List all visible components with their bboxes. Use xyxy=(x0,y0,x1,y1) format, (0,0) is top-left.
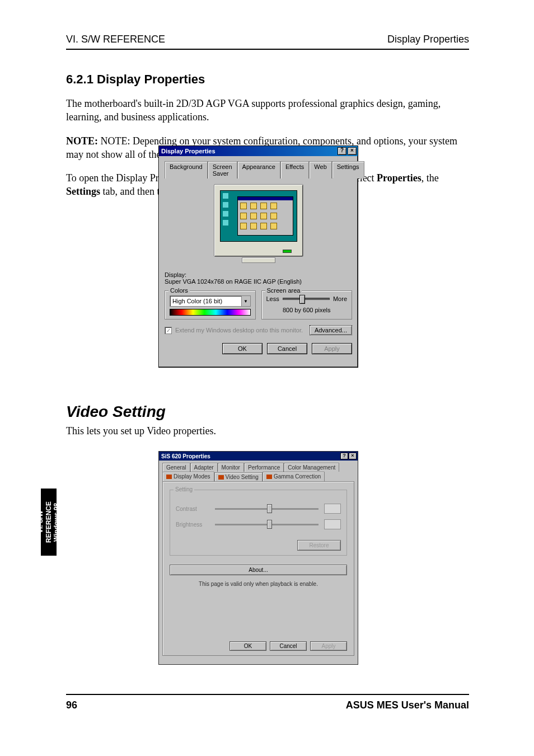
close-button[interactable]: × xyxy=(349,453,357,459)
validity-note: This page is valid only when playback is… xyxy=(170,581,347,587)
tabs: Background Screen Saver Appearance Effec… xyxy=(165,161,352,179)
tab-gamma-correction-label: Gamma Correction xyxy=(274,473,321,480)
less-label: Less xyxy=(266,295,279,302)
slider-thumb[interactable] xyxy=(299,295,305,304)
color-spectrum xyxy=(170,309,251,316)
ok-button[interactable]: OK xyxy=(229,641,266,651)
video-setting-heading: Video Setting xyxy=(66,403,469,421)
preview-window xyxy=(237,196,293,236)
tab-display-modes-label: Display Modes xyxy=(174,473,210,480)
chevron-down-icon[interactable]: ▼ xyxy=(241,296,250,306)
brightness-label: Brightness xyxy=(176,522,209,528)
setting-group: Setting Contrast Brightness Restore xyxy=(170,490,347,556)
sis-icon xyxy=(166,475,172,479)
page-header: VI. S/W REFERENCE Display Properties xyxy=(66,34,469,50)
dialog-title: SiS 620 Properties xyxy=(161,453,210,459)
ok-button[interactable]: OK xyxy=(222,343,263,354)
screen-area-legend: Screen area xyxy=(265,287,302,294)
help-button[interactable]: ? xyxy=(340,453,348,459)
colors-group: Colors High Color (16 bit) ▼ xyxy=(165,290,256,320)
contrast-slider[interactable] xyxy=(215,508,318,510)
colors-combo[interactable]: High Color (16 bit) ▼ xyxy=(170,295,251,307)
setting-legend: Setting xyxy=(174,486,194,492)
desktop-icon xyxy=(223,193,228,199)
tab-video-setting[interactable]: Video Setting xyxy=(214,472,263,482)
desktop-icon xyxy=(223,211,228,217)
tab-effects[interactable]: Effects xyxy=(280,161,309,179)
cancel-button[interactable]: Cancel xyxy=(267,343,307,354)
apply-button[interactable]: Apply xyxy=(310,641,347,651)
video-setting-text: This lets you set up Video properties. xyxy=(66,424,469,438)
titlebar: Display Properties ? × xyxy=(159,146,358,156)
cancel-button[interactable]: Cancel xyxy=(270,641,307,651)
help-button[interactable]: ? xyxy=(338,147,346,155)
sis-icon xyxy=(218,475,224,480)
header-left: VI. S/W REFERENCE xyxy=(66,34,165,45)
about-button[interactable]: About... xyxy=(170,565,347,575)
desktop-icon xyxy=(223,220,228,226)
tab-performance[interactable]: Performance xyxy=(244,463,284,472)
manual-title: ASUS MES User's Manual xyxy=(346,699,469,711)
page-footer: 96 ASUS MES User's Manual xyxy=(66,694,469,711)
tab-video-setting-label: Video Setting xyxy=(226,474,259,480)
restore-button[interactable]: Restore xyxy=(297,540,341,551)
monitor-preview xyxy=(214,184,303,257)
tab-gamma-correction[interactable]: Gamma Correction xyxy=(263,472,325,481)
section-heading-1: 6.2.1 Display Properties xyxy=(66,72,469,87)
display-label: Display: xyxy=(165,271,352,278)
dialog-title: Display Properties xyxy=(161,148,216,154)
tab-appearance[interactable]: Appearance xyxy=(237,161,280,179)
sis-properties-dialog: SiS 620 Properties ? × General Adapter M… xyxy=(158,451,358,665)
display-value: Super VGA 1024x768 on RAGE IIC AGP (Engl… xyxy=(165,278,352,285)
colors-value: High Color (16 bit) xyxy=(170,298,241,304)
tab-monitor[interactable]: Monitor xyxy=(218,463,244,472)
tab-background[interactable]: Background xyxy=(165,161,208,179)
tab-settings[interactable]: Settings xyxy=(332,161,364,179)
more-label: More xyxy=(333,295,347,302)
tab-color-management[interactable]: Color Management xyxy=(284,463,339,472)
page-number: 96 xyxy=(66,699,77,711)
tab-adapter[interactable]: Adapter xyxy=(190,463,218,472)
tab-display-modes[interactable]: Display Modes xyxy=(162,472,214,481)
side-tab: VI. S/W REFERENCEWindows 98 xyxy=(41,489,57,556)
advanced-button[interactable]: Advanced... xyxy=(310,325,352,335)
resolution-slider[interactable] xyxy=(283,298,330,300)
extend-checkbox[interactable]: ✓ xyxy=(165,327,172,334)
slider-thumb[interactable] xyxy=(267,520,272,529)
section-text-1: The motherboard's built-in 2D/3D AGP VGA… xyxy=(66,97,469,124)
header-right: Display Properties xyxy=(387,34,469,45)
apply-button[interactable]: Apply xyxy=(312,343,352,354)
tab-web[interactable]: Web xyxy=(309,161,331,179)
colors-legend: Colors xyxy=(168,287,190,294)
tab-general[interactable]: General xyxy=(162,463,190,472)
resolution-text: 800 by 600 pixels xyxy=(266,307,348,313)
brightness-value xyxy=(324,519,341,529)
brightness-slider[interactable] xyxy=(215,524,318,525)
contrast-value xyxy=(324,504,341,514)
titlebar: SiS 620 Properties ? × xyxy=(159,452,358,461)
sis-icon xyxy=(266,475,272,479)
contrast-label: Contrast xyxy=(176,506,209,512)
desktop-icon xyxy=(223,202,228,208)
display-properties-dialog: Display Properties ? × Background Screen… xyxy=(158,145,358,368)
screen-area-group: Screen area Less More 800 by 600 pixels xyxy=(261,290,353,320)
close-button[interactable]: × xyxy=(348,147,357,155)
tab-screen-saver[interactable]: Screen Saver xyxy=(208,161,237,179)
slider-thumb[interactable] xyxy=(267,504,272,513)
extend-label: Extend my Windows desktop onto this moni… xyxy=(175,327,303,334)
